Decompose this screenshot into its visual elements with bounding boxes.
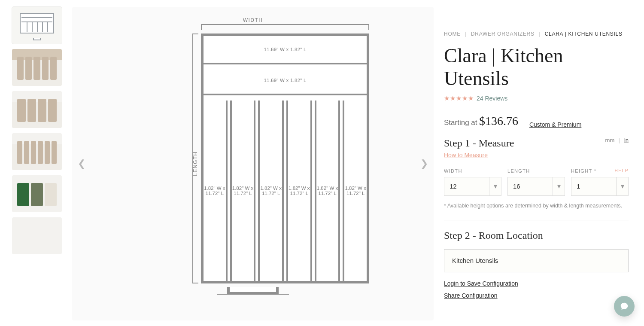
breadcrumb: HOME | DRAWER ORGANIZERS | CLARA | KITCH… — [444, 31, 629, 37]
step1-heading: Step 1 - Measure — [444, 137, 629, 149]
diagram-col: 1.82" W x11.72" L — [286, 101, 312, 281]
price-amount: $136.76 — [479, 114, 518, 128]
diagram-col: 1.82" W x11.72" L — [258, 101, 284, 281]
thumbnail-photo-5[interactable] — [12, 217, 62, 254]
next-image-button[interactable]: ❯ — [418, 158, 430, 170]
diagram-col: 1.82" W x11.72" L — [204, 101, 228, 281]
room-location-value: Kitchen Utensils — [452, 257, 498, 264]
breadcrumb-category[interactable]: DRAWER ORGANIZERS — [471, 31, 535, 37]
login-save-link[interactable]: Login to Save Configuration — [444, 280, 629, 287]
price-starting-label: Starting at — [444, 119, 477, 127]
diagram-length-bracket — [192, 34, 198, 283]
thumbnail-photo-4[interactable] — [12, 175, 62, 212]
room-location-select[interactable]: Kitchen Utensils — [444, 249, 629, 272]
product-viewer: ❮ ❯ WIDTH LENGTH 11.69" W x 1.82" L 11.6… — [72, 7, 434, 320]
width-select[interactable]: 12 ▾ — [444, 177, 501, 196]
share-config-link[interactable]: Share Configuration — [444, 292, 629, 299]
width-value: 12 — [450, 183, 457, 190]
length-label: LENGTH — [507, 168, 565, 174]
diagram-row: 11.69" W x 1.82" L — [204, 67, 367, 95]
height-value: 1 — [577, 183, 580, 190]
product-title: Clara | Kitchen Utensils — [444, 45, 629, 90]
diagram-col: 1.82" W x11.72" L — [315, 101, 340, 281]
prev-image-button[interactable]: ❮ — [76, 158, 88, 170]
height-label: HEIGHT * HELP — [571, 168, 629, 174]
custom-premium-link[interactable]: Custom & Premium — [529, 121, 581, 128]
height-note: * Available height options are determine… — [444, 203, 629, 209]
width-label: WIDTH — [444, 168, 501, 174]
unit-toggle: mm | in — [605, 137, 629, 143]
product-panel: HOME | DRAWER ORGANIZERS | CLARA | KITCH… — [444, 7, 629, 320]
diagram-width-bracket — [201, 24, 369, 30]
divider — [444, 220, 629, 220]
chevron-down-icon: ▾ — [489, 177, 501, 195]
diagram-tray-foot — [227, 287, 279, 295]
star-icon: ★★★★★ — [444, 94, 474, 102]
how-to-measure-link[interactable]: How to Measure — [444, 152, 488, 158]
thumbnail-strip — [12, 7, 62, 320]
thumbnail-diagram[interactable] — [12, 7, 62, 44]
step2-heading: Step 2 - Room Location — [444, 230, 629, 241]
thumbnail-photo-1[interactable] — [12, 49, 62, 86]
height-select[interactable]: 1 ▾ — [571, 177, 629, 196]
chevron-down-icon: ▾ — [616, 177, 628, 195]
breadcrumb-current: CLARA | KITCHEN UTENSILS — [545, 31, 623, 37]
chat-button[interactable] — [614, 296, 635, 317]
diagram-tray: 11.69" W x 1.82" L 11.69" W x 1.82" L 1.… — [201, 34, 369, 283]
chat-icon — [620, 302, 629, 311]
length-select[interactable]: 16 ▾ — [507, 177, 565, 196]
diagram-col: 1.82" W x11.72" L — [343, 101, 367, 281]
diagram-col: 1.82" W x11.72" L — [230, 101, 256, 281]
length-value: 16 — [513, 183, 520, 190]
unit-in[interactable]: in — [624, 137, 629, 143]
diagram-width-label: WIDTH — [243, 17, 263, 23]
unit-mm[interactable]: mm — [605, 137, 615, 143]
chevron-down-icon: ▾ — [553, 177, 565, 195]
thumbnail-photo-2[interactable] — [12, 91, 62, 128]
diagram-row: 11.69" W x 1.82" L — [204, 36, 367, 64]
thumbnail-photo-3[interactable] — [12, 133, 62, 170]
height-help-link[interactable]: HELP — [614, 168, 629, 173]
breadcrumb-home[interactable]: HOME — [444, 31, 461, 37]
reviews-summary[interactable]: ★★★★★ 24 Reviews — [444, 94, 629, 102]
reviews-count: 24 Reviews — [477, 95, 507, 102]
